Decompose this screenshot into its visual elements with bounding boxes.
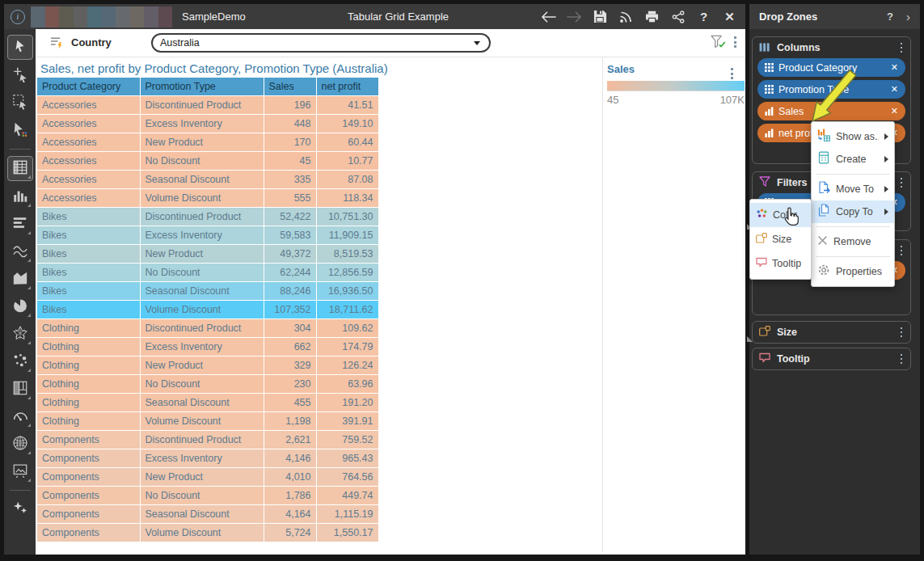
cell-net-profit: 41.51 (316, 96, 378, 115)
toolbox-ai-assistant-tool[interactable] (8, 497, 32, 521)
toolbox-add-widget-tool[interactable] (8, 64, 32, 87)
field-context-menu: Show as...CreateMove ToCopy ToRemoveProp… (811, 121, 895, 287)
column-header[interactable]: Sales (264, 78, 316, 96)
toolbox-area-chart-widget[interactable] (8, 268, 32, 291)
columns-icon (759, 40, 770, 55)
save-icon[interactable] (593, 9, 608, 24)
toolbox-gauge-widget[interactable] (8, 405, 32, 428)
menu-item-create[interactable]: Create (812, 148, 894, 171)
back-icon[interactable] (541, 9, 556, 24)
dashboard-title: Tabular Grid Example (348, 11, 449, 23)
legend-title: Sales (607, 63, 635, 75)
toolbox-line-chart-widget[interactable] (8, 240, 32, 264)
toolbox-column-chart-widget[interactable] (8, 185, 32, 209)
cell-net-profit: 764.56 (316, 468, 378, 487)
country-combobox[interactable]: Australia (151, 33, 491, 53)
dropzone-menu-icon[interactable] (899, 352, 905, 366)
filter-applied-icon[interactable] (711, 35, 726, 52)
menu-item-remove[interactable]: Remove (812, 230, 894, 253)
dropzone-menu-icon[interactable] (899, 244, 905, 258)
cell-promotion-type: Discontinued Product (140, 319, 264, 338)
cell-product-category: Bikes (37, 226, 140, 245)
toolbox-polar-chart-widget[interactable] (8, 323, 32, 346)
table-row: BikesNew Product49,3728,519.53 (37, 245, 378, 264)
menu-item-label: Create (836, 154, 867, 165)
info-icon[interactable]: i (11, 10, 25, 24)
share-icon[interactable] (670, 9, 686, 24)
cell-sales: 170 (264, 133, 316, 152)
cell-product-category: Accessories (37, 96, 140, 115)
dropzone-menu-icon[interactable] (899, 41, 905, 55)
remove-field-icon[interactable]: ✕ (891, 62, 898, 73)
toolbox-select-tool[interactable] (7, 35, 33, 60)
filter-label: Country (71, 36, 112, 49)
drop-zones-collapse-icon[interactable]: › (906, 10, 910, 23)
area-chart-widget-icon (12, 270, 28, 289)
menu-item-show-as-[interactable]: Show as... (812, 125, 894, 148)
cell-sales: 2,621 (264, 431, 316, 449)
color-icon (756, 208, 768, 222)
toolbox-bar-chart-widget[interactable] (8, 213, 32, 236)
column-header[interactable]: net profit (316, 78, 378, 96)
toolbox-treemap-widget[interactable] (8, 378, 32, 401)
table-row: ComponentsVolume Discount5,7241,550.17 (37, 524, 378, 542)
filter-funnel-icon (759, 175, 770, 190)
cell-promotion-type: Seasonal Discount (140, 394, 264, 412)
dropzone-menu-icon[interactable] (899, 326, 905, 340)
toolbox-marquee-select-tool[interactable] (8, 91, 32, 115)
close-icon[interactable]: ✕ (722, 9, 737, 24)
menu-item-move-to[interactable]: Move To (812, 178, 894, 200)
toolbox-image-widget[interactable] (8, 460, 32, 483)
cell-sales: 196 (264, 96, 316, 115)
toolbox-pie-chart-widget[interactable] (8, 295, 32, 318)
toolbox-scatter-chart-widget[interactable] (8, 350, 32, 373)
cell-product-category: Bikes (37, 264, 140, 282)
chevron-down-icon[interactable] (474, 41, 480, 45)
cell-promotion-type: No Discount (140, 487, 264, 505)
toolbox-grid-widget[interactable] (7, 156, 33, 181)
toolbox-map-widget[interactable] (8, 432, 32, 456)
menu-item-copy-to[interactable]: Copy To (812, 200, 894, 223)
properties-icon (817, 264, 830, 280)
column-header[interactable]: Promotion Type (140, 78, 264, 96)
cell-net-profit: 1,550.17 (316, 524, 378, 542)
preview-icon[interactable] (618, 9, 634, 24)
table-row: AccessoriesSeasonal Discount33587.08 (37, 171, 378, 189)
grid-header-row: Product CategoryPromotion TypeSalesnet p… (37, 78, 378, 96)
resize-grip[interactable] (747, 336, 753, 342)
cell-promotion-type: Seasonal Discount (140, 282, 264, 301)
cell-product-category: Clothing (37, 319, 140, 338)
legend-range-labels: 45 107K (607, 94, 745, 106)
cell-net-profit: 10.77 (316, 152, 378, 171)
forward-icon[interactable] (567, 9, 582, 24)
cell-net-profit: 109.62 (316, 319, 378, 338)
remove-field-icon[interactable]: ✕ (891, 84, 898, 95)
drop-zones-title: Drop Zones (759, 11, 817, 23)
select-tool-icon (12, 38, 28, 57)
filter-widget-menu-icon[interactable] (732, 35, 738, 49)
cell-promotion-type: Excess Inventory (140, 115, 264, 133)
drop-zones-help-icon[interactable]: ? (887, 11, 893, 23)
cell-net-profit: 759.52 (316, 431, 378, 449)
measure-icon (765, 126, 774, 141)
remove-field-icon[interactable]: ✕ (891, 106, 898, 116)
cell-net-profit: 118.34 (316, 189, 378, 208)
gauge-widget-icon (12, 407, 28, 427)
print-icon[interactable] (644, 9, 660, 24)
menu-item-properties[interactable]: Properties (812, 260, 894, 283)
cell-net-profit: 10,751.30 (316, 208, 378, 226)
table-row: ClothingExcess Inventory662174.79 (37, 338, 378, 356)
column-header[interactable]: Product Category (37, 78, 140, 96)
dropzone-label: Size (777, 327, 797, 338)
dropzone-size[interactable]: Size (752, 321, 911, 344)
cell-product-category: Components (37, 431, 140, 449)
cell-net-profit: 18,711.62 (316, 301, 378, 319)
help-icon[interactable]: ? (696, 9, 711, 24)
cell-promotion-type: New Product (140, 245, 264, 264)
table-row: BikesExcess Inventory59,58311,909.15 (37, 226, 378, 245)
dropzone-tooltip[interactable]: Tooltip (752, 348, 911, 370)
grid-widget-menu-icon[interactable] (729, 66, 735, 81)
submenu-item-tooltip[interactable]: Tooltip (750, 251, 811, 276)
toolbox-multi-select-tool[interactable] (8, 119, 32, 142)
dropzone-menu-icon[interactable] (899, 176, 905, 190)
